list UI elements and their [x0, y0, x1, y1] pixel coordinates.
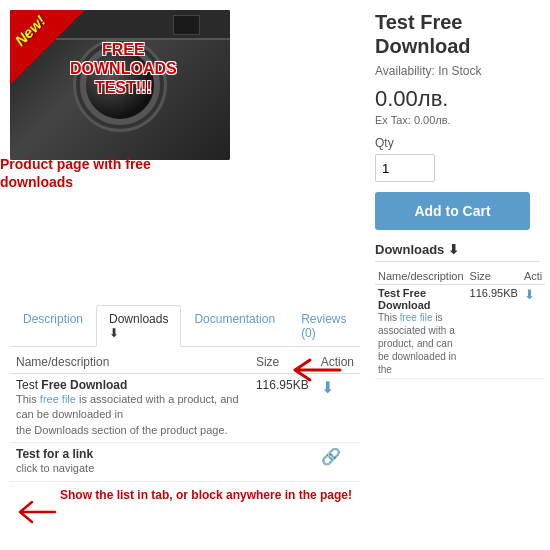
link-name: Test for a link [16, 447, 244, 461]
product-title: Test Free Download [375, 10, 540, 58]
link-info-cell: Test for a link click to navigate [10, 443, 250, 481]
red-arrow-left [10, 492, 60, 532]
tabs-bar: Description Downloads ⬇ Documentation Re… [10, 305, 360, 347]
product-image: New! FREEDOWNLOADSTEST!!! [10, 10, 230, 160]
tab-downloads[interactable]: Downloads ⬇ [96, 305, 181, 347]
price: 0.00лв. [375, 86, 540, 112]
right-col-header-name: Name/description [375, 268, 467, 285]
right-table-row: Test Free Download This free file is ass… [375, 285, 545, 379]
right-file-name: Test Free Download [378, 287, 464, 311]
right-col-header-action: Acti [521, 268, 545, 285]
file-desc: This free file is associated with a prod… [16, 392, 244, 438]
link-size [250, 443, 315, 481]
availability: Availability: In Stock [375, 64, 540, 78]
right-free-link[interactable]: free file [400, 312, 433, 323]
ex-tax: Ex Tax: 0.00лв. [375, 114, 540, 126]
link-action[interactable]: 🔗 [315, 443, 360, 481]
availability-value: In Stock [438, 64, 481, 78]
page-wrapper: New! FREEDOWNLOADSTEST!!! Product page w… [0, 0, 550, 550]
tab-description[interactable]: Description [10, 305, 96, 346]
right-column: Test Free Download Availability: In Stoc… [370, 0, 550, 550]
promo-text: Product page with free downloads [0, 155, 210, 191]
right-col-header-size: Size [467, 268, 521, 285]
annotation-text: Show the list in tab, or block anywhere … [60, 488, 352, 504]
right-file-desc: This free file is associated with a prod… [378, 311, 464, 376]
link-icon[interactable]: 🔗 [321, 448, 341, 465]
right-file-action[interactable]: ⬇ [521, 285, 545, 379]
qty-input[interactable] [375, 154, 435, 182]
file-name: Free Download [41, 378, 127, 392]
right-download-icon[interactable]: ⬇ [524, 287, 535, 302]
qty-label: Qty [375, 136, 540, 150]
table-row: Test for a link click to navigate 🔗 [10, 443, 360, 481]
big-right-arrow [285, 355, 345, 385]
link-desc: click to navigate [16, 461, 244, 476]
right-downloads-table: Name/description Size Acti Test Free Dow… [375, 268, 545, 379]
free-link[interactable]: free file [40, 393, 76, 405]
right-file-size: 116.95KB [467, 285, 521, 379]
add-to-cart-button[interactable]: Add to Cart [375, 192, 530, 230]
right-downloads-header: Downloads ⬇ [375, 242, 540, 262]
downloads-overlay: FREEDOWNLOADSTEST!!! [70, 40, 177, 98]
file-info-cell: Test Free Download This free file is ass… [10, 374, 250, 443]
tab-reviews[interactable]: Reviews (0) [288, 305, 360, 346]
col-header-name: Name/description [10, 351, 250, 374]
right-file-info: Test Free Download This free file is ass… [375, 285, 467, 379]
left-column: New! FREEDOWNLOADSTEST!!! Product page w… [0, 0, 370, 550]
tab-documentation[interactable]: Documentation [181, 305, 288, 346]
availability-label: Availability: [375, 64, 435, 78]
